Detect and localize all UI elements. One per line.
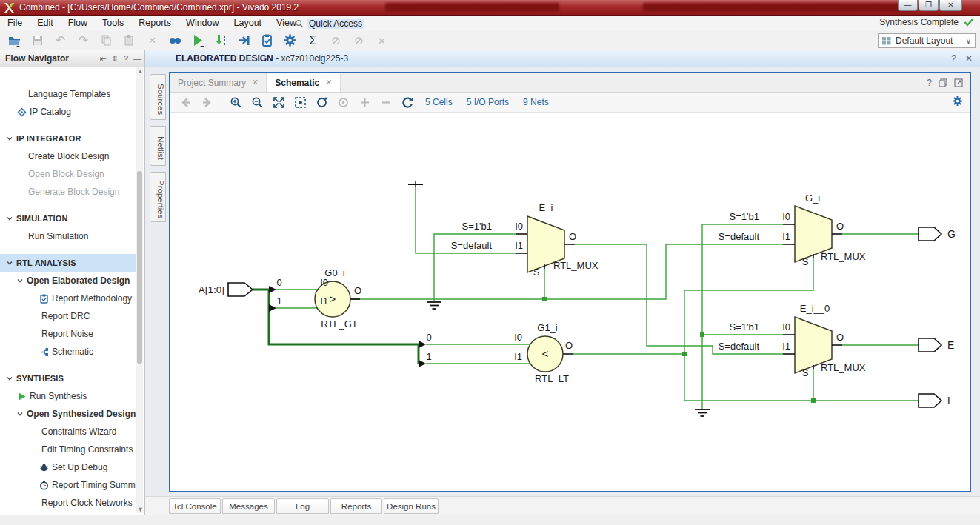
link-5-cells[interactable]: 5 Cells	[425, 97, 453, 107]
bottom-tab-design-runs[interactable]: Design Runs	[384, 498, 439, 514]
menu-edit[interactable]: Edit	[30, 16, 61, 31]
flownav-item-rtl-analysis[interactable]: RTL ANALYSIS	[0, 254, 138, 272]
menu-reports[interactable]: Reports	[131, 16, 179, 31]
settings-gear-icon[interactable]	[952, 96, 963, 107]
flownav-item-report-timing-summary[interactable]: Report Timing Summary	[0, 476, 138, 494]
flownav-item-open-synthesized-design[interactable]: Open Synthesized Design	[0, 405, 138, 423]
side-tab-properties[interactable]: Properties	[150, 172, 166, 222]
flownav-item-create-block-design[interactable]: Create Block Design	[0, 147, 138, 165]
port-G[interactable]	[919, 227, 941, 241]
minimize-panel-icon[interactable]: —	[133, 50, 141, 67]
tab-project-summary[interactable]: Project Summary✕	[170, 73, 267, 92]
flownav-item-edit-timing-constraints[interactable]: Edit Timing Constraints	[0, 441, 138, 458]
step-icon[interactable]	[214, 33, 228, 47]
flownav-item-open-elaborated-design[interactable]: Open Elaborated Design	[0, 272, 138, 290]
flownav-item-synthesis[interactable]: SYNTHESIS	[0, 369, 138, 387]
schematic-canvas[interactable]: A[1:0]GEL>G0_iRTL_GTOI00I11<G1_iRTL_LTOI…	[170, 113, 970, 491]
flownav-item-report-methodology[interactable]: Report Methodology	[0, 290, 138, 307]
flownav-item-ip-integrator[interactable]: IP INTEGRATOR	[0, 130, 138, 147]
zoom-fit-icon[interactable]	[271, 95, 286, 110]
flownav-item-report-noise[interactable]: Report Noise	[0, 325, 138, 343]
minus-disabled-icon[interactable]	[379, 95, 393, 110]
chevron-down-icon[interactable]	[6, 259, 13, 267]
side-tab-sources[interactable]: Sources	[150, 74, 166, 120]
layout-selector[interactable]: Default Layout ∨	[878, 33, 976, 48]
link-disabled-icon[interactable]: ⊘	[352, 33, 366, 47]
minimize-button[interactable]: —	[898, 0, 918, 11]
chevron-down-icon[interactable]	[16, 410, 24, 418]
scroll-down-icon[interactable]: ▼	[137, 506, 144, 513]
scrollbar-thumb[interactable]	[137, 171, 142, 364]
help-icon[interactable]: ?	[124, 50, 128, 67]
expand-disabled-icon[interactable]	[336, 95, 350, 110]
zoom-out-icon[interactable]	[250, 95, 264, 110]
open-target-icon[interactable]	[237, 33, 251, 47]
net-wire[interactable]	[702, 224, 783, 409]
autofit-icon[interactable]	[314, 95, 329, 110]
menu-flow[interactable]: Flow	[61, 16, 95, 31]
flow-navigator-scrollbar[interactable]: ▲ ▼	[136, 67, 143, 513]
flownav-item-set-up-debug[interactable]: Set Up Debug	[0, 458, 138, 476]
bottom-tab-reports[interactable]: Reports	[330, 498, 382, 514]
menu-window[interactable]: Window	[179, 16, 226, 31]
undo-icon[interactable]: ↶	[53, 33, 67, 47]
link-9-nets[interactable]: 9 Nets	[523, 97, 549, 107]
close-tab-icon[interactable]: ✕	[325, 78, 332, 87]
flownav-item-report-drc[interactable]: Report DRC	[0, 307, 138, 325]
chevron-down-icon[interactable]	[6, 375, 13, 382]
bottom-tab-log[interactable]: Log	[276, 498, 329, 514]
run-icon[interactable]	[191, 33, 205, 47]
close-panel-icon[interactable]: ✕	[965, 50, 973, 67]
maximize-window-icon[interactable]	[954, 78, 963, 87]
net-wire[interactable]	[684, 258, 813, 354]
help-icon[interactable]: ?	[951, 50, 956, 67]
close-button[interactable]: ✕	[939, 0, 962, 11]
flownav-item-run-simulation[interactable]: Run Simulation	[0, 227, 138, 245]
bottom-tab-tcl-console[interactable]: Tcl Console	[169, 498, 221, 514]
menu-layout[interactable]: Layout	[227, 16, 270, 31]
quick-access-search[interactable]: Quick Access	[295, 17, 394, 30]
delete-icon[interactable]: ×	[145, 33, 159, 47]
refresh-icon[interactable]	[400, 95, 415, 110]
chevron-down-icon[interactable]	[16, 277, 24, 284]
sum-icon[interactable]: Σ	[306, 33, 320, 47]
open-project-icon[interactable]	[7, 33, 21, 47]
redo-icon[interactable]: ↷	[76, 33, 90, 47]
plus-disabled-icon[interactable]	[357, 95, 372, 110]
paste-icon[interactable]	[122, 33, 136, 47]
zoom-selection-icon[interactable]	[293, 95, 307, 110]
copy-icon[interactable]	[99, 33, 113, 47]
tab-schematic[interactable]: Schematic✕	[267, 73, 340, 92]
timing-disabled-icon[interactable]: ⊘	[329, 33, 343, 47]
scroll-up-icon[interactable]: ▲	[137, 67, 144, 75]
expand-icon[interactable]: ⇕	[112, 50, 119, 67]
menu-tools[interactable]: Tools	[95, 16, 131, 31]
zoom-in-icon[interactable]	[228, 95, 243, 110]
save-icon[interactable]	[30, 33, 44, 47]
float-window-icon[interactable]	[939, 78, 947, 87]
flownav-item-ip-catalog[interactable]: IP Catalog	[0, 103, 138, 121]
flownav-item-constraints-wizard[interactable]: Constraints Wizard	[0, 423, 138, 441]
flownav-item-simulation[interactable]: SIMULATION	[0, 210, 138, 227]
link-5-i-o-ports[interactable]: 5 I/O Ports	[467, 97, 509, 107]
side-tab-netlist[interactable]: Netlist	[150, 126, 166, 166]
cancel-disabled-icon[interactable]: ✕	[375, 33, 389, 47]
flownav-item-open-block-design[interactable]: Open Block Design	[0, 165, 138, 183]
flownav-item-generate-block-design[interactable]: Generate Block Design	[0, 183, 138, 201]
flownav-item-report-clock-networks[interactable]: Report Clock Networks	[0, 494, 138, 512]
port-L[interactable]	[919, 394, 941, 407]
bottom-tab-messages[interactable]: Messages	[222, 498, 275, 514]
port-E[interactable]	[919, 338, 941, 352]
restore-button[interactable]: ❐	[919, 0, 939, 11]
validate-icon[interactable]	[260, 33, 274, 47]
settings-icon[interactable]	[283, 33, 297, 47]
back-icon[interactable]	[178, 95, 193, 110]
chevron-down-icon[interactable]	[6, 135, 13, 142]
search-icon[interactable]	[168, 33, 182, 47]
flownav-item-schematic[interactable]: Schematic	[0, 343, 138, 361]
port-A10[interactable]	[228, 283, 253, 296]
forward-icon[interactable]	[199, 95, 214, 110]
flownav-item-run-synthesis[interactable]: Run Synthesis	[0, 387, 138, 405]
close-tab-icon[interactable]: ✕	[252, 78, 259, 87]
menu-file[interactable]: File	[0, 16, 30, 31]
